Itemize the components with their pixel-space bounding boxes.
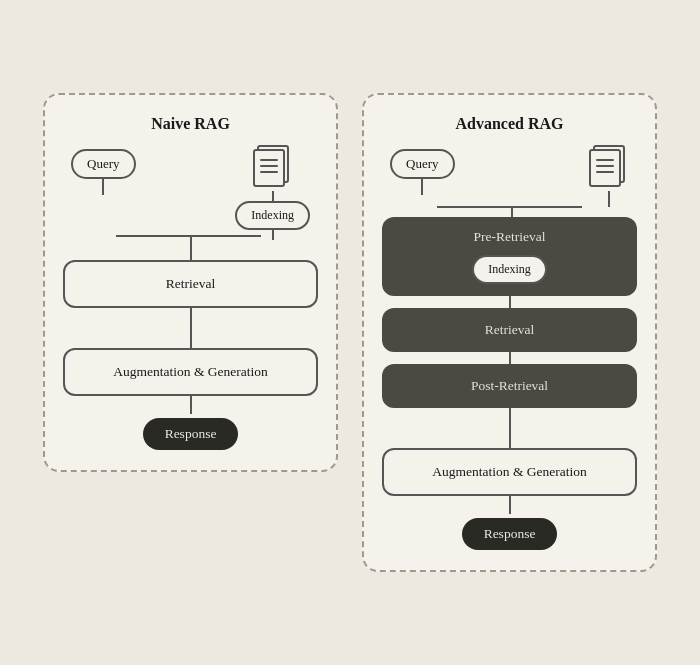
- naive-docs-icon: [253, 149, 293, 191]
- adv-pre-ret-connector-wrap: [382, 296, 637, 308]
- naive-retrieval-box: Retrieval: [63, 260, 318, 308]
- diagrams-container: Naive RAG Query: [19, 69, 681, 596]
- naive-doc-lines: [260, 159, 278, 173]
- adv-post-aug-connector-wrap: [382, 408, 637, 448]
- naive-rag-diagram: Naive RAG Query: [43, 93, 338, 472]
- naive-indexing-box: Indexing: [235, 201, 310, 230]
- adv-post-retrieval-box: Post-Retrieval: [382, 364, 637, 408]
- naive-query-section: Query: [71, 149, 136, 195]
- naive-query-box: Query: [71, 149, 136, 179]
- naive-aug-gen-box: Augmentation & Generation: [63, 348, 318, 396]
- naive-query-connector: [102, 179, 104, 195]
- naive-rag-title: Naive RAG: [151, 115, 230, 133]
- adv-merge-svg: [382, 207, 642, 217]
- adv-doc-front: [589, 149, 621, 187]
- naive-doc-line-2: [260, 165, 278, 167]
- naive-retrieval-aug-connector: [190, 308, 192, 348]
- advanced-rag-title: Advanced RAG: [455, 115, 563, 133]
- adv-response-box: Response: [462, 518, 558, 550]
- adv-aug-gen-box: Augmentation & Generation: [382, 448, 637, 496]
- adv-ret-post-connector: [509, 352, 511, 364]
- adv-query-connector: [421, 179, 423, 195]
- naive-merge-svg: [61, 236, 321, 260]
- naive-response-box: Response: [143, 418, 239, 450]
- adv-docs-section: [589, 149, 629, 207]
- adv-doc-line-3: [596, 171, 614, 173]
- naive-aug-response-connector: [190, 396, 192, 414]
- adv-pre-ret-connector: [509, 296, 511, 308]
- adv-indexing-box: Indexing: [472, 255, 547, 284]
- naive-doc-line-1: [260, 159, 278, 161]
- naive-layout: Query: [63, 149, 318, 450]
- naive-docs-connector: [272, 191, 274, 201]
- adv-ret-post-connector-wrap: [382, 352, 637, 364]
- adv-pre-retrieval-label: Pre-Retrieval: [474, 229, 546, 245]
- adv-doc-lines: [596, 159, 614, 173]
- adv-doc-line-2: [596, 165, 614, 167]
- adv-query-box: Query: [390, 149, 455, 179]
- naive-docs-section: Indexing: [235, 149, 310, 240]
- adv-doc-line-1: [596, 159, 614, 161]
- adv-docs-connector: [608, 191, 610, 207]
- adv-docs-icon: [589, 149, 629, 191]
- adv-aug-response-connector: [509, 496, 511, 514]
- advanced-layout: Query: [382, 149, 637, 550]
- advanced-rag-diagram: Advanced RAG Query: [362, 93, 657, 572]
- naive-doc-line-3: [260, 171, 278, 173]
- adv-query-section: Query: [390, 149, 455, 195]
- adv-retrieval-box: Retrieval: [382, 308, 637, 352]
- adv-post-aug-connector: [509, 408, 511, 448]
- naive-doc-front: [253, 149, 285, 187]
- adv-pre-retrieval-box: Pre-Retrieval Indexing: [382, 217, 637, 296]
- adv-pre-retrieval-wrapper: Pre-Retrieval Indexing: [382, 207, 637, 296]
